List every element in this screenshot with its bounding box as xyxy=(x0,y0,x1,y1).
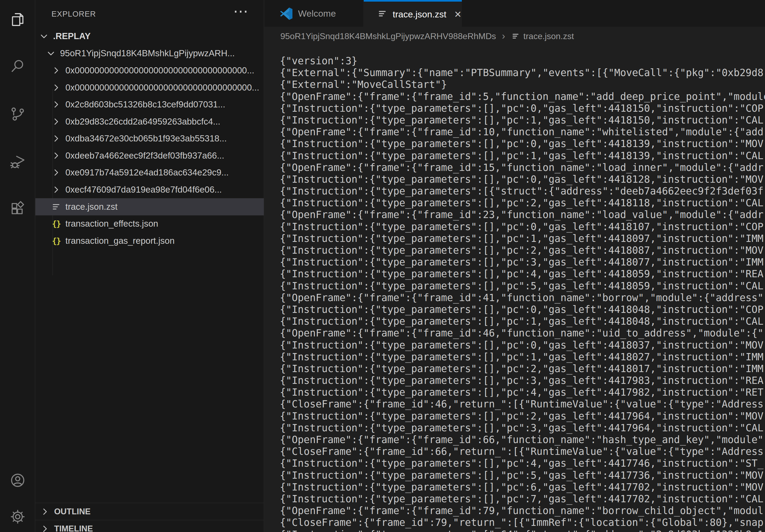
tree-item-label: transaction_gas_report.json xyxy=(65,236,175,246)
code-line: {"version":3} xyxy=(280,55,765,67)
chevron-right-icon xyxy=(50,116,62,128)
tree-item-label: 0x2c8d603bc51326b8c13cef9dd07031... xyxy=(65,100,225,110)
code-line: {"Instruction":{"type_parameters":[],"pc… xyxy=(280,375,765,387)
tree-item-label: trace.json.zst xyxy=(65,202,117,212)
code-line: {"Instruction":{"type_parameters":[],"pc… xyxy=(280,280,765,292)
search-icon[interactable] xyxy=(9,57,27,75)
code-line: {"Instruction":{"type_parameters":[],"pc… xyxy=(280,245,765,256)
activity-bar xyxy=(0,0,35,532)
code-line: {"Instruction":{"type_parameters":[],"pc… xyxy=(280,304,765,316)
file-lines-icon xyxy=(377,8,388,20)
code-line: {"OpenFrame":{"frame":{"frame_id":46,"fu… xyxy=(280,327,765,339)
chevron-right-icon xyxy=(39,506,51,518)
code-line: {"Instruction":{"type_parameters":[],"pc… xyxy=(280,410,765,422)
code-line: {"Instruction":{"type_parameters":[],"pc… xyxy=(280,363,765,375)
code-line: {"OpenFrame":{"frame":{"frame_id":10,"fu… xyxy=(280,126,765,138)
code-line: {"Instruction":{"type_parameters":[],"pc… xyxy=(280,173,765,185)
files-icon[interactable] xyxy=(9,11,27,28)
chevron-right-icon xyxy=(50,150,62,161)
tree-item-label: 0x00000000000000000000000000000000000... xyxy=(65,65,254,76)
code-line: {"Instruction":{"type_parameters":[],"pc… xyxy=(280,256,765,268)
tree-item-package[interactable]: 0x000000000000000000000000000000000000..… xyxy=(35,79,264,96)
chevron-right-icon xyxy=(50,99,62,111)
tree-item-replay-root[interactable]: .REPLAY xyxy=(35,28,264,45)
close-icon[interactable]: × xyxy=(454,8,461,20)
tree-item-label: 0xdba34672e30cb065b1f93e3ab55318... xyxy=(65,133,227,143)
section-label: TIMELINE xyxy=(54,524,93,532)
tab-welcome[interactable]: Welcome xyxy=(264,0,364,27)
code-line: {"OpenFrame":{"frame":{"frame_id":79,"fu… xyxy=(280,505,765,517)
chevron-down-icon xyxy=(45,47,57,59)
chevron-down-icon xyxy=(38,30,50,42)
code-area[interactable]: {"version":3}{"External":{"Summary":{"na… xyxy=(264,46,765,532)
code-line: {"Instruction":{"type_parameters":[],"pc… xyxy=(280,138,765,150)
source-control-icon[interactable] xyxy=(9,105,27,123)
code-line: {"Instruction":{"type_parameters":[],"pc… xyxy=(280,457,765,469)
tree-item-package[interactable]: 0x00000000000000000000000000000000000... xyxy=(35,62,264,79)
timeline-section-header[interactable]: TIMELINE xyxy=(35,520,264,532)
tree-item-label: 0x000000000000000000000000000000000000..… xyxy=(65,83,259,93)
chevron-separator-icon: › xyxy=(502,31,505,42)
code-line: {"OpenFrame":{"frame":{"frame_id":66,"fu… xyxy=(280,434,765,446)
extensions-icon[interactable] xyxy=(9,199,27,217)
code-line: {"CloseFrame":{"frame_id":79,"return_":[… xyxy=(280,517,765,529)
chevron-right-icon xyxy=(50,82,62,94)
tree-item-transaction-effects[interactable]: {} transaction_effects.json xyxy=(35,215,264,232)
code-line: {"Instruction":{"type_parameters":["u64"… xyxy=(280,529,765,532)
code-line: {"OpenFrame":{"frame":{"frame_id":41,"fu… xyxy=(280,292,765,304)
code-line: {"CloseFrame":{"frame_id":66,"return_":[… xyxy=(280,446,765,457)
code-line: {"Instruction":{"type_parameters":[],"pc… xyxy=(280,470,765,481)
run-debug-icon[interactable] xyxy=(9,153,27,170)
code-line: {"Instruction":{"type_parameters":[],"pc… xyxy=(280,481,765,493)
tree-item-package[interactable]: 0xecf47609d7da919ea98e7fd04f6e06... xyxy=(35,181,264,198)
code-line: {"CloseFrame":{"frame_id":46,"return_":[… xyxy=(280,398,765,410)
code-line: {"External":{"Summary":{"name":"PTBSumma… xyxy=(280,67,765,79)
tree-item-package[interactable]: 0xb29d83c26cdd2a64959263abbcfc4... xyxy=(35,113,264,130)
code-line: {"Instruction":{"type_parameters":[],"pc… xyxy=(280,103,765,115)
code-line: {"Instruction":{"type_parameters":[],"pc… xyxy=(280,493,765,505)
code-line: {"Instruction":{"type_parameters":[],"pc… xyxy=(280,115,765,126)
breadcrumb-folder[interactable]: 95oR1YipjSnqd18K4BMshkLgPijypwzARHV988eR… xyxy=(280,31,496,41)
section-label: OUTLINE xyxy=(54,507,91,516)
tree-item-label: 0xb29d83c26cdd2a64959263abbcfc4... xyxy=(65,117,220,127)
tree-item-label: .REPLAY xyxy=(53,31,91,41)
file-lines-icon xyxy=(50,201,62,213)
code-line: {"Instruction":{"type_parameters":[],"pc… xyxy=(280,316,765,327)
tree-item-package[interactable]: 0xdeeb7a4662eec9f2f3def03fb937a66... xyxy=(35,147,264,164)
code-line: {"OpenFrame":{"frame":{"frame_id":5,"fun… xyxy=(280,91,765,103)
chevron-right-icon xyxy=(50,184,62,195)
account-icon[interactable] xyxy=(9,471,27,489)
tree-item-trace-json-zst[interactable]: trace.json.zst xyxy=(35,198,264,215)
tab-label: Welcome xyxy=(298,8,336,19)
tree-item-package[interactable]: 0x2c8d603bc51326b8c13cef9dd07031... xyxy=(35,96,264,113)
tree-item-package[interactable]: 0xe0917b74a5912e4ad186ac634e29c9... xyxy=(35,164,264,181)
tree-item-label: 0xdeeb7a4662eec9f2f3def03fb937a66... xyxy=(65,150,224,161)
tree-item-label: 0xecf47609d7da919ea98e7fd04f6e06... xyxy=(65,184,222,195)
code-line: {"Instruction":{"type_parameters":[],"pc… xyxy=(280,221,765,233)
code-line: {"Instruction":{"type_parameters":[],"pc… xyxy=(280,387,765,398)
tab-bar: Welcome trace.json.zst × xyxy=(264,0,765,27)
tree-item-label: transaction_effects.json xyxy=(65,219,158,229)
code-line: {"Instruction":{"type_parameters":[],"pc… xyxy=(280,268,765,280)
code-line: {"Instruction":{"type_parameters":[],"pc… xyxy=(280,339,765,351)
chevron-right-icon xyxy=(50,133,62,144)
code-line: {"Instruction":{"type_parameters":[],"pc… xyxy=(280,150,765,162)
outline-section-header[interactable]: OUTLINE xyxy=(35,503,264,520)
tree-item-transaction-gas-report[interactable]: {} transaction_gas_report.json xyxy=(35,232,264,249)
breadcrumb: 95oR1YipjSnqd18K4BMshkLgPijypwzARHV988eR… xyxy=(264,27,765,46)
json-braces-icon: {} xyxy=(50,235,62,247)
explorer-actions-ellipsis-icon[interactable]: ⋯ xyxy=(233,4,248,19)
tree-item-package[interactable]: 0xdba34672e30cb065b1f93e3ab55318... xyxy=(35,130,264,147)
vscode-logo-icon xyxy=(279,6,293,20)
tree-item-digest-folder[interactable]: 95oR1YipjSnqd18K4BMshkLgPijypwzARH... xyxy=(35,45,264,62)
code-line: {"External":"MoveCallStart"} xyxy=(280,79,765,91)
code-line: {"Instruction":{"type_parameters":[],"pc… xyxy=(280,197,765,209)
file-lines-icon xyxy=(511,32,520,41)
tab-trace-json-zst[interactable]: trace.json.zst × xyxy=(364,0,462,27)
breadcrumb-file[interactable]: trace.json.zst xyxy=(523,31,574,41)
json-braces-icon: {} xyxy=(50,218,62,230)
explorer-title: EXPLORER xyxy=(51,10,96,19)
settings-gear-icon[interactable] xyxy=(9,508,27,526)
chevron-right-icon xyxy=(39,523,51,532)
explorer-header: EXPLORER ⋯ xyxy=(35,0,264,27)
